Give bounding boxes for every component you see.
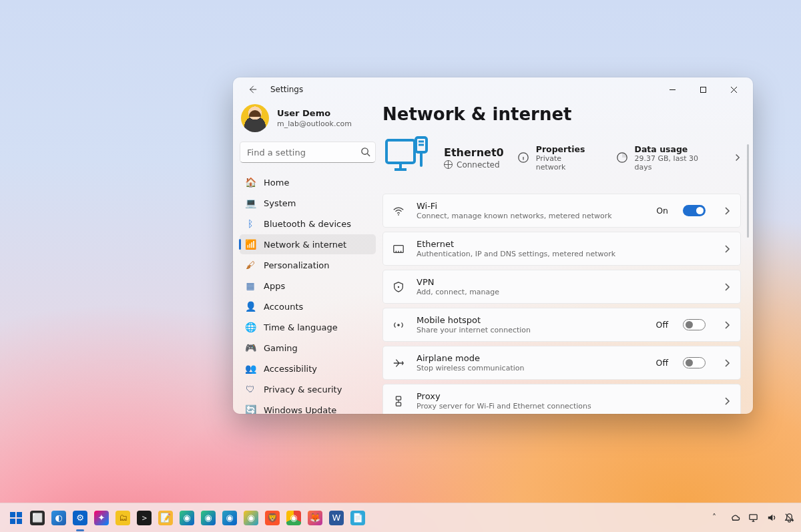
adapter-status: Connected: [457, 160, 500, 170]
svg-rect-15: [17, 519, 22, 524]
card-ethernet[interactable]: EthernetAuthentication, IP and DNS setti…: [382, 232, 741, 266]
page-title: Network & internet: [382, 104, 741, 124]
user-name: User Demo: [277, 108, 352, 118]
volume-icon[interactable]: [766, 513, 776, 523]
taskbar-app-edge[interactable]: ◉: [178, 509, 196, 527]
edge-icon: ◉: [180, 511, 194, 525]
edge-dev-icon: ◉: [222, 511, 237, 525]
start-button[interactable]: [7, 509, 25, 527]
avatar: [241, 104, 269, 132]
hero-adapter[interactable]: Ethernet0 Connected: [444, 146, 504, 170]
taskbar-app-edge-dev[interactable]: ◉: [220, 509, 239, 527]
chevron-right-icon[interactable]: [734, 154, 741, 162]
tray-overflow-button[interactable]: ˄: [712, 513, 722, 523]
card-wifi[interactable]: Wi-FiConnect, manage known networks, met…: [382, 194, 741, 228]
svg-rect-0: [700, 87, 706, 92]
taskbar-app-chrome[interactable]: ◉: [284, 509, 303, 527]
nav-item-gaming[interactable]: 🎮Gaming: [240, 338, 376, 358]
nav-label: Accounts: [264, 302, 303, 312]
chevron-right-icon: [723, 207, 731, 215]
network-cards: Wi-FiConnect, manage known networks, met…: [382, 194, 741, 414]
maximize-icon: [700, 86, 707, 93]
terminal-icon: ＞: [137, 511, 152, 525]
nav-item-update[interactable]: 🔄Windows Update: [240, 400, 376, 414]
copilot-icon: ✦: [94, 511, 109, 525]
edge-beta-icon: ◉: [201, 511, 216, 525]
apps-icon: ▦: [245, 280, 256, 291]
nav-item-accounts[interactable]: 👤Accounts: [240, 296, 376, 316]
svg-rect-14: [10, 519, 15, 524]
windows-icon: [9, 511, 23, 525]
nav-item-network[interactable]: 📶Network & internet: [240, 234, 376, 254]
taskbar-app-copilot[interactable]: ✦: [92, 509, 111, 527]
brave-icon: 🦁: [265, 511, 280, 525]
nav-label: Personalization: [264, 260, 330, 270]
taskbar-app-settings[interactable]: ⚙: [71, 509, 89, 527]
taskbar-app-taskview[interactable]: ⬜: [28, 509, 47, 527]
back-button[interactable]: [237, 79, 268, 99]
sync-icon: 🔄: [245, 405, 256, 414]
ethernet-pc-icon: [382, 134, 431, 182]
scrollbar[interactable]: [747, 144, 749, 238]
taskbar-app-notepad[interactable]: 📄: [348, 509, 367, 527]
onedrive-icon[interactable]: [730, 513, 740, 523]
taskbar-app-brave[interactable]: 🦁: [263, 509, 282, 527]
close-button[interactable]: [718, 79, 749, 99]
taskbar-app-explorer[interactable]: 🗂: [113, 509, 132, 527]
info-icon: [517, 151, 529, 164]
search-input[interactable]: [240, 142, 376, 163]
search-box[interactable]: [240, 142, 376, 163]
taskbar-app-terminal[interactable]: ＞: [135, 509, 154, 527]
taskbar-app-edge-canary[interactable]: ◉: [242, 509, 260, 527]
person-icon: 👤: [245, 301, 256, 312]
card-subtitle: Connect, manage known networks, metered …: [417, 212, 612, 220]
toggle-state: Off: [656, 358, 668, 368]
card-proxy[interactable]: ProxyProxy server for Wi-Fi and Ethernet…: [382, 384, 741, 414]
card-hotspot[interactable]: Mobile hotspotShare your internet connec…: [382, 308, 741, 342]
window-title: Settings: [270, 85, 303, 94]
wifi-toggle[interactable]: [683, 205, 706, 216]
network-tray-icon[interactable]: [748, 513, 758, 523]
airplane-icon: [392, 357, 405, 369]
taskbar-app-word[interactable]: W: [327, 509, 346, 527]
user-account-tile[interactable]: User Demo m_lab@outlook.com: [240, 101, 376, 142]
chevron-right-icon: [723, 397, 731, 405]
nav-item-system[interactable]: 💻System: [240, 193, 376, 213]
word-icon: W: [329, 511, 344, 525]
shield-lock-icon: [392, 281, 405, 293]
taskbar-app-edge-beta[interactable]: ◉: [199, 509, 218, 527]
properties-tile[interactable]: PropertiesPrivate network: [517, 144, 588, 172]
airplane-toggle[interactable]: [683, 357, 706, 368]
minimize-icon: [669, 86, 676, 93]
hotspot-toggle[interactable]: [683, 319, 706, 330]
nav-item-apps[interactable]: ▦Apps: [240, 276, 376, 296]
nav-item-personalization[interactable]: 🖌Personalization: [240, 255, 376, 275]
notifications-icon[interactable]: [784, 513, 794, 523]
card-subtitle: Authentication, IP and DNS settings, met…: [417, 250, 615, 258]
nav-label: Privacy & security: [264, 384, 342, 394]
nav-label: Network & internet: [264, 240, 346, 250]
wifi-icon: 📶: [245, 239, 256, 250]
nav-list: 🏠Home 💻System ᛒBluetooth & devices 📶Netw…: [240, 172, 376, 414]
nav-item-home[interactable]: 🏠Home: [240, 172, 376, 192]
taskbar-app-notes[interactable]: 📝: [156, 509, 175, 527]
taskbar-app-widgets[interactable]: ◐: [49, 509, 68, 527]
properties-detail: Private network: [536, 154, 588, 172]
nav-item-time[interactable]: 🌐Time & language: [240, 317, 376, 337]
hotspot-icon: [392, 319, 405, 331]
titlebar: Settings: [233, 77, 753, 101]
firefox-icon: 🦊: [308, 511, 322, 525]
minimize-button[interactable]: [657, 79, 688, 99]
globe-icon: [444, 160, 453, 169]
nav-item-accessibility[interactable]: 👥Accessibility: [240, 358, 376, 378]
taskbar-app-firefox[interactable]: 🦊: [306, 509, 324, 527]
card-vpn[interactable]: VPNAdd, connect, manage: [382, 270, 741, 304]
adapter-name: Ethernet0: [444, 146, 504, 159]
folder-icon: 🗂: [115, 511, 130, 525]
nav-label: Windows Update: [264, 405, 336, 415]
nav-item-bluetooth[interactable]: ᛒBluetooth & devices: [240, 214, 376, 234]
data-usage-tile[interactable]: Data usage29.37 GB, last 30 days: [616, 144, 710, 172]
card-airplane[interactable]: Airplane modeStop wireless communication…: [382, 346, 741, 380]
nav-item-privacy[interactable]: 🛡Privacy & security: [240, 379, 376, 399]
maximize-button[interactable]: [688, 79, 718, 99]
